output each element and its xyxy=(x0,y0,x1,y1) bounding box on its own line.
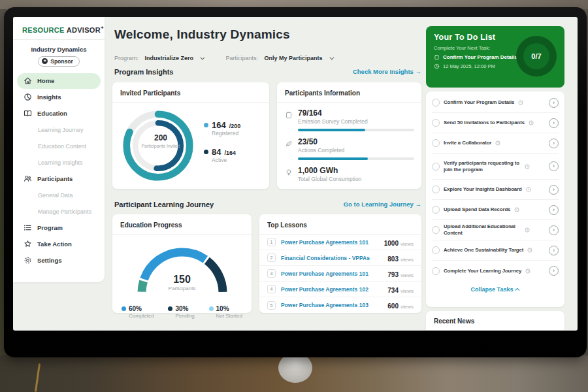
chevron-right-icon[interactable]: › xyxy=(549,266,559,276)
task-row[interactable]: Complete Your Learning Journey › xyxy=(432,261,559,281)
donut-legend: 164 /200 Registered 84 /164 Active xyxy=(204,120,240,174)
legend-value: 164 xyxy=(212,120,226,130)
sidebar-item-general-data[interactable]: General Data xyxy=(17,188,101,203)
sidebar-item-label: Learning Journey xyxy=(38,127,84,133)
task-checkbox[interactable] xyxy=(432,163,440,171)
todo-task-list: Confirm Your Program Details › Send 50 I… xyxy=(426,91,564,307)
sidebar-item-participants[interactable]: Participants xyxy=(17,171,101,187)
todo-progress-ring: 0/7 xyxy=(516,36,557,76)
chevron-right-icon[interactable]: › xyxy=(549,139,559,148)
sidebar-item-label: Home xyxy=(37,77,54,84)
sidebar-item-manage-participants[interactable]: Manage Participants xyxy=(17,204,101,220)
task-checkbox[interactable] xyxy=(432,267,440,275)
task-checkbox[interactable] xyxy=(432,226,440,234)
chevron-right-icon[interactable]: › xyxy=(549,185,559,195)
legend-dot xyxy=(122,306,126,311)
legend-dot xyxy=(204,150,208,154)
task-checkbox[interactable] xyxy=(432,246,440,254)
chevron-right-icon[interactable]: › xyxy=(549,98,559,108)
task-label: Upload Additional Educational Content xyxy=(444,223,521,236)
sidebar-item-education-content[interactable]: Education Content xyxy=(17,139,101,154)
lesson-views: 803 xyxy=(387,255,399,263)
recent-news-card: Recent News xyxy=(426,311,564,331)
sidebar-item-label: Learning Insights xyxy=(38,159,83,166)
chevron-right-icon[interactable]: › xyxy=(549,161,559,171)
program-filter[interactable]: Program: Industrialize Zero xyxy=(114,51,203,63)
legend-pending: 30% Pending xyxy=(168,305,194,319)
task-row[interactable]: Achieve One Sustainability Target › xyxy=(432,240,559,261)
settings-icon xyxy=(24,256,32,265)
task-row[interactable]: Confirm Your Program Details › xyxy=(432,93,559,113)
legend-dot xyxy=(204,123,208,127)
learning-journey-header: Participant Learning Journey Go to Learn… xyxy=(114,201,421,208)
chevron-right-icon[interactable]: › xyxy=(549,225,559,235)
task-checkbox[interactable] xyxy=(432,99,440,106)
progress-fill xyxy=(298,157,368,160)
clock-icon xyxy=(527,248,532,253)
task-row[interactable]: Upload Spend Data Records › xyxy=(432,200,559,220)
chevron-down-icon xyxy=(329,56,334,60)
monitor-bezel: RESOURCE ADVISOR+ Industry Dynamics ✦ Sp… xyxy=(4,7,587,357)
chevron-right-icon[interactable]: › xyxy=(549,118,559,128)
participants-information-card: Participants Information 79/164 Emission… xyxy=(277,82,421,189)
todo-summary-panel: Your To Do List Complete Your Next Task:… xyxy=(426,26,564,88)
survey-icon xyxy=(285,111,293,119)
participants-filter-value: Only My Participants xyxy=(264,55,322,61)
task-checkbox[interactable] xyxy=(432,186,440,193)
lesson-link[interactable]: Power Purchase Agreements 102 xyxy=(281,286,382,293)
lesson-link[interactable]: Power Purchase Agreements 101 xyxy=(281,270,382,277)
clock-icon xyxy=(525,164,530,169)
task-row[interactable]: Invite a Collaborator › xyxy=(432,133,559,154)
lesson-link[interactable]: Financial Considerations - VPPAs xyxy=(281,255,382,261)
gauge-center-value: 150 xyxy=(133,274,231,286)
task-row[interactable]: Upload Additional Educational Content › xyxy=(432,220,559,240)
task-row[interactable]: Send 50 Invitations to Participants › xyxy=(432,113,559,133)
sidebar-item-education[interactable]: Education xyxy=(17,106,101,122)
sidebar-item-program[interactable]: Program xyxy=(17,220,101,236)
legend-active: 84 /164 Active xyxy=(204,147,240,163)
sidebar: RESOURCE ADVISOR+ Industry Dynamics ✦ Sp… xyxy=(13,17,105,282)
chevron-right-icon[interactable]: › xyxy=(549,246,559,255)
legend-registered: 164 /200 Registered xyxy=(204,120,240,137)
sponsor-badge: ✦ Sponsor xyxy=(38,56,79,67)
clock-icon xyxy=(434,63,440,69)
legend-completed: 60% Completed xyxy=(122,305,154,319)
sidebar-item-take-action[interactable]: Take Action xyxy=(17,237,101,252)
clock-icon xyxy=(518,100,523,105)
todo-counter: 0/7 xyxy=(531,52,541,60)
task-row[interactable]: Verify participants requesting to join t… xyxy=(432,154,559,180)
education-icon xyxy=(24,109,32,118)
lesson-rank: 2 xyxy=(267,253,276,262)
todo-due-label: 12 May 2025, 12:00 PM xyxy=(443,63,495,69)
lesson-views: 734 xyxy=(387,287,399,294)
sponsor-icon: ✦ xyxy=(42,58,48,64)
task-checkbox[interactable] xyxy=(432,206,440,214)
stat-value: 79/164 xyxy=(298,108,414,118)
filter-bar: Program: Industrialize Zero Participants… xyxy=(114,51,333,63)
participants-filter-label: Participants: xyxy=(225,55,258,61)
lesson-link[interactable]: Power Purchase Agreements 101 xyxy=(281,239,379,246)
participants-filter[interactable]: Participants: Only My Participants xyxy=(225,51,332,63)
check-more-insights-link[interactable]: Check More Insights → xyxy=(353,68,421,76)
legend-pct: 60% xyxy=(129,305,142,312)
task-checkbox[interactable] xyxy=(432,119,440,127)
sidebar-item-learning-journey[interactable]: Learning Journey xyxy=(17,122,101,138)
task-checkbox[interactable] xyxy=(432,139,440,147)
chevron-right-icon[interactable]: › xyxy=(549,205,559,215)
lesson-views: 1000 xyxy=(384,240,399,247)
sidebar-item-insights[interactable]: Insights xyxy=(17,90,101,105)
take-action-icon xyxy=(24,240,32,248)
collapse-tasks-link[interactable]: Collapse Tasks xyxy=(432,281,559,294)
lesson-link[interactable]: Power Purchase Agreements 103 xyxy=(281,302,382,308)
participants-icon xyxy=(24,174,32,183)
go-to-learning-journey-link[interactable]: Go to Learning Journey → xyxy=(344,201,421,208)
lesson-views-label: views xyxy=(400,288,414,294)
donut-center-caption: Participants Invited xyxy=(141,143,180,149)
task-label: Send 50 Invitations to Participants xyxy=(444,120,525,126)
task-row[interactable]: Explore Your Insights Dashboard › xyxy=(432,180,559,200)
sidebar-item-settings[interactable]: Settings xyxy=(17,253,101,269)
task-label: Achieve One Sustainability Target xyxy=(444,247,523,253)
recent-news-title: Recent News xyxy=(426,311,564,331)
sidebar-item-learning-insights[interactable]: Learning Insights xyxy=(17,155,101,171)
sidebar-item-home[interactable]: Home xyxy=(17,73,101,89)
